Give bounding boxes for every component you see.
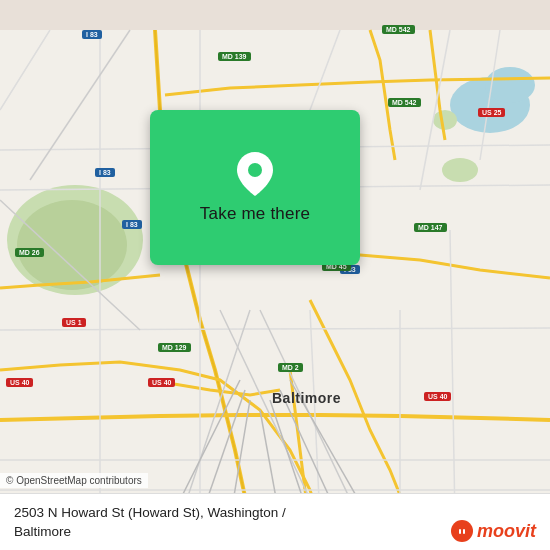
location-pin-icon — [233, 152, 277, 196]
shield-md542-1: MD 542 — [382, 25, 415, 34]
popup-label[interactable]: Take me there — [200, 204, 310, 224]
attribution-text: © OpenStreetMap contributors — [6, 475, 142, 486]
shield-i83-2: I 83 — [95, 168, 115, 177]
city-label-baltimore: Baltimore — [272, 390, 341, 406]
shield-us40-1: US 40 — [6, 378, 33, 387]
svg-point-34 — [455, 524, 469, 538]
svg-point-4 — [17, 200, 127, 290]
svg-rect-36 — [463, 529, 465, 534]
shield-i83-1: I 83 — [82, 30, 102, 39]
shield-us40-2: US 40 — [148, 378, 175, 387]
moovit-logo: moovit — [451, 520, 536, 542]
map-svg — [0, 0, 550, 550]
svg-point-33 — [248, 163, 262, 177]
shield-md147: MD 147 — [414, 223, 447, 232]
bottom-bar: 2503 N Howard St (Howard St), Washington… — [0, 493, 550, 550]
shield-us1: US 1 — [62, 318, 86, 327]
svg-point-5 — [442, 158, 478, 182]
shield-us25: US 25 — [478, 108, 505, 117]
map-container: I 83 I 83 I 83 I 83 MD 139 MD 542 MD 542… — [0, 0, 550, 550]
shield-md129: MD 129 — [158, 343, 191, 352]
shield-md2: MD 2 — [278, 363, 303, 372]
moovit-logo-text: moovit — [477, 521, 536, 542]
shield-md139: MD 139 — [218, 52, 251, 61]
shield-i83-3: I 83 — [122, 220, 142, 229]
shield-us40-3: US 40 — [424, 392, 451, 401]
address-line2: Baltimore — [14, 524, 71, 539]
svg-rect-35 — [459, 529, 461, 534]
svg-point-6 — [433, 110, 457, 130]
shield-md542-2: MD 542 — [388, 98, 421, 107]
popup-overlay[interactable]: Take me there — [150, 110, 360, 265]
shield-md26: MD 26 — [15, 248, 44, 257]
map-attribution: © OpenStreetMap contributors — [0, 473, 148, 488]
svg-point-2 — [485, 67, 535, 103]
address-line1: 2503 N Howard St (Howard St), Washington… — [14, 505, 286, 520]
moovit-icon — [451, 520, 473, 542]
